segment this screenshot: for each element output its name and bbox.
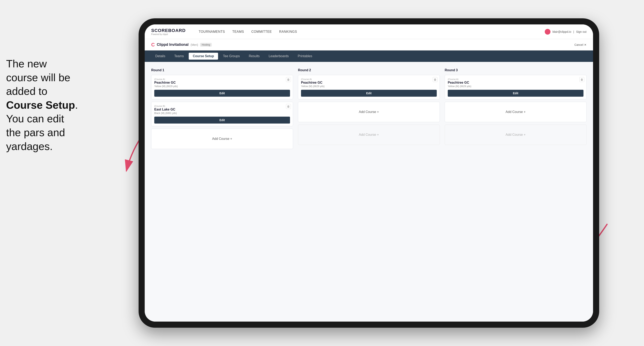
tournament-title: C Clippd Invitational (Men) Hosting <box>151 42 212 48</box>
round-2-label: Round 2 <box>298 68 440 72</box>
hosting-badge: Hosting <box>200 43 212 47</box>
tournament-name: Clippd Invitational <box>157 42 188 47</box>
round-3-course-a-edit-button[interactable]: Edit <box>448 90 584 97</box>
scoreboard-logo: SCOREBOARD Powered by clippd <box>151 28 186 35</box>
gender-label: (Men) <box>190 43 198 46</box>
rounds-grid: Round 1 (Course A) Peachtree GC Yellow (… <box>151 68 586 152</box>
round-1-course-a-label: (Course A) <box>154 78 290 80</box>
tab-tee-groups[interactable]: Tee Groups <box>219 53 244 60</box>
delete-icon-2: 🗑 <box>287 105 290 108</box>
round-3-add-course-disabled: Add Course + <box>445 125 586 145</box>
tab-leaderboards[interactable]: Leaderboards <box>264 53 293 60</box>
cancel-icon: ✕ <box>584 43 586 46</box>
clippd-logo: C <box>151 42 155 48</box>
round-3-course-a-card: (Course A) Peachtree GC Yellow (M) (6629… <box>445 75 586 99</box>
cancel-button[interactable]: Cancel ✕ <box>574 43 586 46</box>
tab-results[interactable]: Results <box>245 53 264 60</box>
sub-nav: Details Teams Course Setup Tee Groups Re… <box>145 50 593 62</box>
sign-out-link[interactable]: Sign out <box>576 30 586 33</box>
logo-main: SCOREBOARD <box>151 28 186 33</box>
round-3-course-a-details: Yellow (M) (6629 yds) <box>448 85 584 88</box>
round-1-add-course-label: Add Course + <box>212 137 232 141</box>
top-nav-links: TOURNAMENTS TEAMS COMMITTEE RANKINGS <box>199 30 535 34</box>
round-1-course-b-name: East Lake GC <box>154 108 290 111</box>
tab-course-setup[interactable]: Course Setup <box>189 53 218 60</box>
annotation-left: The newcourse will beadded toCourse Setu… <box>6 57 124 153</box>
round-2-course-a-edit-button[interactable]: Edit <box>301 90 437 97</box>
round-3-label: Round 3 <box>445 68 586 72</box>
user-avatar <box>545 29 550 35</box>
round-1-add-course-button[interactable]: Add Course + <box>151 129 293 149</box>
round-1-course-a-details: Yellow (M) (6629 yds) <box>154 85 290 88</box>
nav-teams[interactable]: TEAMS <box>232 30 244 34</box>
round-3-add-course-label: Add Course + <box>506 110 526 114</box>
round-2-course-a-details: Yellow (M) (6629 yds) <box>301 85 437 88</box>
round-2-course-a-label: (Course A) <box>301 78 437 80</box>
round-1-course-a-card: (Course A) Peachtree GC Yellow (M) (6629… <box>151 75 293 99</box>
nav-separator: | <box>573 30 574 33</box>
delete-icon-4: 🗑 <box>580 78 583 81</box>
round-2-course-a-name: Peachtree GC <box>301 81 437 84</box>
round-2-course-a-delete-button[interactable]: 🗑 <box>433 77 438 82</box>
nav-committee[interactable]: COMMITTEE <box>251 30 272 34</box>
round-1-course-a-edit-button[interactable]: Edit <box>154 90 290 97</box>
round-1-course-b-edit-button[interactable]: Edit <box>154 117 290 124</box>
round-1-course-b-label: (Course B) <box>154 105 290 107</box>
round-3-column: Round 3 (Course A) Peachtree GC Yellow (… <box>445 68 586 152</box>
round-1-course-b-details: Black (M) (6891 yds) <box>154 112 290 115</box>
round-2-add-course-disabled-label: Add Course + <box>359 133 379 137</box>
annotation-left-text: The newcourse will beadded toCourse Setu… <box>6 58 78 152</box>
round-3-course-a-delete-button[interactable]: 🗑 <box>580 77 584 82</box>
nav-rankings[interactable]: RANKINGS <box>279 30 297 34</box>
round-3-course-a-name: Peachtree GC <box>448 81 584 84</box>
tab-details[interactable]: Details <box>151 53 169 60</box>
nav-tournaments[interactable]: TOURNAMENTS <box>199 30 225 34</box>
round-2-add-course-label: Add Course + <box>359 110 379 114</box>
tablet-screen: SCOREBOARD Powered by clippd TOURNAMENTS… <box>145 24 593 322</box>
round-3-add-course-button[interactable]: Add Course + <box>445 102 586 122</box>
round-2-course-a-card: (Course A) Peachtree GC Yellow (M) (6629… <box>298 75 440 99</box>
delete-icon: 🗑 <box>287 78 290 81</box>
round-2-add-course-disabled: Add Course + <box>298 125 440 145</box>
tab-teams[interactable]: Teams <box>170 53 188 60</box>
top-nav-right: blair@clippd.io | Sign out <box>545 29 586 35</box>
round-3-add-course-disabled-label: Add Course + <box>506 133 526 137</box>
round-1-course-b-delete-button[interactable]: 🗑 <box>286 104 291 109</box>
tab-printables[interactable]: Printables <box>294 53 316 60</box>
round-1-column: Round 1 (Course A) Peachtree GC Yellow (… <box>151 68 293 152</box>
user-email: blair@clippd.io <box>552 30 571 33</box>
round-1-course-a-name: Peachtree GC <box>154 81 290 84</box>
top-nav: SCOREBOARD Powered by clippd TOURNAMENTS… <box>145 24 593 39</box>
tablet: SCOREBOARD Powered by clippd TOURNAMENTS… <box>138 18 599 328</box>
main-content: Round 1 (Course A) Peachtree GC Yellow (… <box>145 62 593 322</box>
round-1-course-a-delete-button[interactable]: 🗑 <box>286 77 291 82</box>
round-2-column: Round 2 (Course A) Peachtree GC Yellow (… <box>298 68 440 152</box>
round-3-course-a-label: (Course A) <box>448 78 584 80</box>
round-2-add-course-button[interactable]: Add Course + <box>298 102 440 122</box>
round-1-label: Round 1 <box>151 68 293 72</box>
delete-icon-3: 🗑 <box>434 78 436 81</box>
round-1-course-b-card: (Course B) East Lake GC Black (M) (6891 … <box>151 102 293 126</box>
logo-sub: Powered by clippd <box>151 33 186 35</box>
tournament-bar: C Clippd Invitational (Men) Hosting Canc… <box>145 39 593 50</box>
